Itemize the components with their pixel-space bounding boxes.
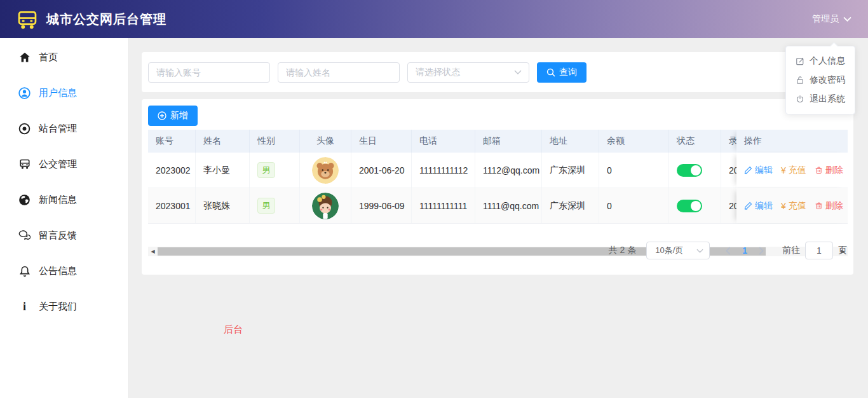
- cell-birthday: 2001-06-20: [351, 153, 412, 188]
- menu-item-label: 退出系统: [810, 93, 845, 105]
- cell-status: [669, 153, 721, 188]
- menu-item-label: 个人信息: [810, 55, 845, 67]
- status-toggle-on[interactable]: [677, 164, 702, 177]
- pagination-total: 共 2 条: [609, 245, 637, 256]
- pagination: 共 2 条 10条/页 1 前往 页: [609, 242, 847, 259]
- col-header-birthday: 生日: [351, 130, 412, 153]
- unlock-icon: [796, 76, 804, 85]
- account-input[interactable]: [148, 62, 270, 83]
- user-menu-trigger[interactable]: 管理员: [812, 13, 851, 25]
- edit-link[interactable]: 编辑: [744, 200, 773, 212]
- table-header-row: 账号 姓名 性别 头像 生日 电话 邮箱 地址 余额 状态 录 操作: [148, 130, 848, 153]
- add-button[interactable]: 新增: [148, 106, 198, 126]
- menu-item-password[interactable]: 修改密码: [786, 71, 855, 90]
- menu-item-profile[interactable]: 个人信息: [786, 51, 855, 71]
- scroll-left-arrow[interactable]: ◀: [148, 247, 158, 256]
- query-button-label: 查询: [559, 67, 577, 78]
- info-icon: i: [18, 301, 31, 312]
- sidebar-item-announcements[interactable]: 公告信息: [0, 253, 128, 289]
- col-header-operations: 操作: [736, 130, 848, 153]
- edit-link[interactable]: 编辑: [744, 165, 773, 176]
- col-header-account: 账号: [148, 130, 196, 153]
- cell-status: [669, 188, 721, 223]
- search-icon: [546, 68, 555, 77]
- col-header-status: 状态: [669, 130, 721, 153]
- sidebar-item-home[interactable]: 首页: [0, 39, 128, 75]
- sidebar-item-about[interactable]: i 关于我们: [0, 289, 128, 324]
- sidebar-item-users[interactable]: 用户信息: [0, 75, 128, 111]
- menu-item-logout[interactable]: 退出系统: [786, 90, 855, 109]
- sidebar-item-label: 关于我们: [39, 301, 77, 313]
- edit-square-icon: [796, 57, 804, 65]
- recharge-link[interactable]: ¥ 充值: [781, 200, 806, 212]
- cell-address: 广东深圳: [542, 188, 599, 223]
- sidebar-item-label: 首页: [39, 51, 58, 64]
- avatar-girl-cartoon: [312, 193, 339, 219]
- cell-birthday: 1999-06-09: [351, 188, 412, 223]
- gender-tag: 男: [257, 162, 275, 178]
- plus-circle-icon: [158, 111, 166, 120]
- cell-gender: 男: [250, 188, 300, 223]
- status-select[interactable]: 请选择状态: [407, 62, 529, 83]
- delete-label: 删除: [825, 200, 843, 212]
- recharge-label: 充值: [789, 200, 806, 212]
- sidebar-item-stations[interactable]: 站台管理: [0, 111, 128, 146]
- station-icon: [18, 123, 31, 135]
- add-button-label: 新增: [170, 110, 188, 121]
- delete-label: 删除: [825, 165, 843, 176]
- toggle-knob: [691, 165, 701, 175]
- sidebar-item-feedback[interactable]: 留言反馈: [0, 217, 128, 253]
- trash-icon: [815, 202, 823, 210]
- cell-account: 2023002: [148, 153, 196, 188]
- chevron-down-icon: [696, 249, 703, 253]
- page-size-select[interactable]: 10条/页: [646, 242, 710, 259]
- page-unit-label: 页: [838, 245, 847, 256]
- sidebar-item-label: 站台管理: [39, 123, 77, 135]
- gender-tag: 男: [257, 198, 275, 214]
- sidebar-item-label: 用户信息: [39, 87, 77, 99]
- goto-label: 前往: [782, 245, 800, 256]
- user-table-panel: 新增 账号 姓名 性别 头像 生日 电话 邮箱 地址 余额 状态 录 操作 20…: [142, 99, 853, 275]
- col-header-email: 邮箱: [475, 130, 542, 153]
- page-size-value: 10条/页: [655, 245, 683, 256]
- page-number-1[interactable]: 1: [735, 245, 755, 256]
- cell-avatar: [300, 153, 351, 188]
- delete-link[interactable]: 删除: [815, 165, 843, 176]
- status-toggle-on[interactable]: [677, 200, 702, 212]
- cell-operations: 编辑 ¥ 充值 删除: [736, 188, 848, 223]
- goto-page-input[interactable]: [805, 242, 833, 259]
- top-header: 城市公交网后台管理 管理员: [0, 0, 868, 38]
- col-header-avatar: 头像: [300, 130, 351, 153]
- bus-icon: [17, 10, 38, 29]
- cell-avatar: [300, 188, 351, 223]
- backend-note: 后台: [224, 324, 243, 336]
- sidebar-item-buses[interactable]: 公交管理: [0, 146, 128, 182]
- pencil-icon: [744, 166, 752, 174]
- cell-balance: 0: [599, 153, 669, 188]
- user-name: 管理员: [812, 13, 839, 25]
- prev-page-button[interactable]: [721, 247, 735, 255]
- user-circle-icon: [18, 87, 31, 99]
- cell-email: 1112@qq.com: [475, 153, 542, 188]
- main-content: 请选择状态 查询 新增 账号: [129, 38, 868, 398]
- delete-link[interactable]: 删除: [815, 200, 843, 212]
- query-button[interactable]: 查询: [537, 62, 587, 83]
- col-header-gender: 性别: [250, 130, 300, 153]
- cell-email: 1111@qq.com: [475, 188, 542, 223]
- pencil-icon: [744, 202, 752, 210]
- cell-operations: 编辑 ¥ 充值 删除: [736, 153, 848, 188]
- sidebar-item-news[interactable]: 新闻信息: [0, 182, 128, 217]
- col-header-name: 姓名: [196, 130, 250, 153]
- toggle-knob: [691, 201, 701, 211]
- cell-balance: 0: [599, 188, 669, 223]
- sidebar-item-label: 公交管理: [39, 158, 77, 170]
- sidebar: 首页 用户信息 站台管理: [0, 38, 129, 398]
- user-dropdown-menu: 个人信息 修改密码 退出系统: [785, 46, 855, 114]
- name-input[interactable]: [278, 62, 400, 83]
- yen-icon: ¥: [781, 201, 786, 211]
- table-row: 2023002 李小曼 男: [148, 153, 848, 188]
- recharge-link[interactable]: ¥ 充值: [781, 165, 806, 176]
- edit-label: 编辑: [755, 165, 773, 176]
- yen-icon: ¥: [781, 165, 786, 175]
- next-page-button[interactable]: [755, 247, 768, 255]
